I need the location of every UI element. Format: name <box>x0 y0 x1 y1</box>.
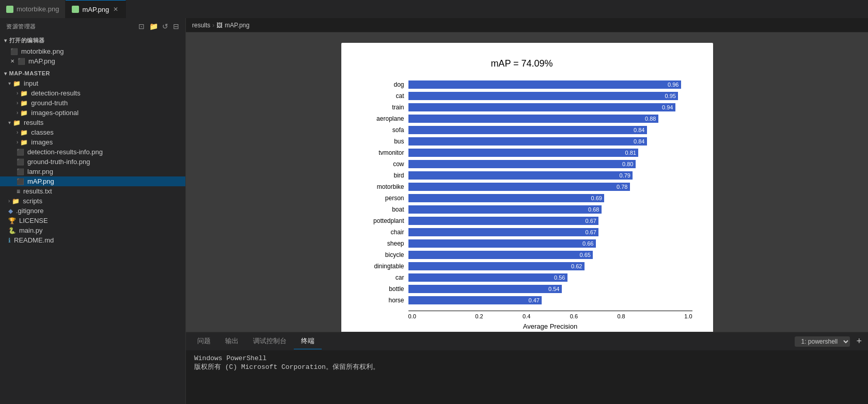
folder-icon: 📁 <box>13 119 21 126</box>
bar-area: 0.47 <box>408 296 692 304</box>
chevron-right-icon: › <box>17 100 18 106</box>
folder-images[interactable]: › 📁 images <box>0 137 185 147</box>
folder-detection-results[interactable]: › 📁 detection-results <box>0 88 185 98</box>
terminal-line-1: Windows PowerShell <box>194 354 860 362</box>
folder-icon: 📁 <box>12 198 20 205</box>
x-tick: 0.6 <box>550 311 598 319</box>
bar-area: 0.96 <box>408 80 692 89</box>
tab-map[interactable]: mAP.png ✕ <box>66 0 126 18</box>
terminal-shell-select[interactable]: 1: powershell <box>795 336 850 347</box>
content-area: results › 🖼 mAP.png mAP = 74.09% dog0.96… <box>186 18 868 404</box>
section-open-editors[interactable]: ▾ 打开的编辑器 <box>0 35 185 46</box>
terminal-add-icon[interactable]: + <box>854 336 864 347</box>
open-editor-motorbike[interactable]: ⬛ motorbike.png <box>0 46 185 56</box>
bar-row: dog0.96 <box>352 79 692 90</box>
bar-label: horse <box>352 297 408 304</box>
chevron-down-icon: ▾ <box>8 80 11 86</box>
breadcrumb-results[interactable]: results <box>192 22 210 29</box>
bar-row: bicycle0.65 <box>352 250 692 260</box>
image-icon <box>72 6 79 13</box>
bar-row: person0.69 <box>352 193 692 203</box>
file-lamr[interactable]: ⬛ lamr.png <box>0 167 185 176</box>
image-file-icon: ⬛ <box>17 168 24 175</box>
bar-area: 0.79 <box>408 171 692 180</box>
new-folder-icon[interactable]: 📁 <box>149 22 159 30</box>
bar-label: boat <box>352 206 408 213</box>
collapse-all-icon[interactable]: ⊟ <box>173 22 180 30</box>
x-tick: 0.2 <box>455 311 503 319</box>
bar-label: cat <box>352 92 408 100</box>
tab-label: motorbike.png <box>17 5 59 13</box>
file-main-py[interactable]: 🐍 main.py <box>0 225 185 235</box>
x-tick: 0.4 <box>503 311 550 319</box>
x-tick: 0.0 <box>408 311 456 319</box>
bar-label: train <box>352 104 408 111</box>
close-icon[interactable]: ✕ <box>10 58 14 64</box>
tab-output[interactable]: 输出 <box>218 333 246 349</box>
bar-label: chair <box>352 229 408 236</box>
bar-value: 0.84 <box>632 127 644 133</box>
folder-ground-truth[interactable]: › 📁 ground-truth <box>0 98 185 108</box>
bar-fill: 0.81 <box>408 149 639 157</box>
bar-label: bicycle <box>352 251 408 258</box>
bar-row: sofa0.84 <box>352 125 692 135</box>
bar-value: 0.84 <box>632 138 644 144</box>
section-project[interactable]: ▾ MAP-MASTER <box>0 68 185 78</box>
folder-icon: 📁 <box>20 100 28 107</box>
tab-close-icon[interactable]: ✕ <box>112 5 119 14</box>
bar-label: bird <box>352 172 408 179</box>
bar-fill: 0.69 <box>408 194 605 202</box>
file-results-txt[interactable]: ≡ results.txt <box>0 186 185 196</box>
tab-terminal[interactable]: 终端 <box>294 333 322 349</box>
folder-classes[interactable]: › 📁 classes <box>0 127 185 137</box>
x-tick: 0.8 <box>597 311 645 319</box>
file-readme[interactable]: ℹ README.md <box>0 235 185 245</box>
file-gitignore[interactable]: ◆ .gitignore <box>0 206 185 216</box>
file-license[interactable]: 🏆 LICENSE <box>0 216 185 225</box>
image-file-icon: ⬛ <box>10 48 18 55</box>
bar-fill: 0.88 <box>408 115 658 123</box>
bar-value: 0.54 <box>547 286 559 292</box>
bar-area: 0.81 <box>408 149 692 157</box>
tab-debug-console[interactable]: 调试控制台 <box>246 333 294 349</box>
terminal-line-2: 版权所有 (C) Microsoft Corporation。保留所有权利。 <box>194 362 860 371</box>
bar-area: 0.78 <box>408 183 692 191</box>
bar-row: motorbike0.78 <box>352 182 692 192</box>
git-icon: ◆ <box>8 207 13 215</box>
chevron-right-icon: › <box>17 110 18 116</box>
bar-label: car <box>352 274 408 281</box>
folder-images-optional[interactable]: › 📁 images-optional <box>0 108 185 118</box>
terminal-content[interactable]: Windows PowerShell 版权所有 (C) Microsoft Co… <box>186 350 868 404</box>
tab-bar: motorbike.png mAP.png ✕ <box>0 0 868 18</box>
bar-area: 0.88 <box>408 115 692 123</box>
bar-label: bottle <box>352 285 408 293</box>
folder-results[interactable]: ▾ 📁 results <box>0 118 185 127</box>
image-file-icon: ⬛ <box>17 178 24 185</box>
tab-problems[interactable]: 问题 <box>190 333 218 349</box>
bottom-panel: 问题 输出 调试控制台 终端 1: powershell + Windows P… <box>186 332 868 404</box>
bar-area: 0.65 <box>408 251 692 259</box>
tab-motorbike[interactable]: motorbike.png <box>0 0 66 18</box>
bar-value: 0.67 <box>584 229 596 235</box>
terminal-tab-group: 问题 输出 调试控制台 终端 <box>190 333 322 349</box>
file-ground-truth-info[interactable]: ⬛ ground-truth-info.png <box>0 157 185 167</box>
bar-value: 0.68 <box>587 206 599 213</box>
bar-value: 0.78 <box>615 184 627 190</box>
bar-label: diningtable <box>352 263 408 270</box>
bar-fill: 0.67 <box>408 228 599 236</box>
main-area: 资源管理器 ⊡ 📁 ↺ ⊟ ▾ 打开的编辑器 ⬛ motorbike.png ✕… <box>0 18 868 404</box>
bar-fill: 0.84 <box>408 137 647 146</box>
bar-value: 0.56 <box>553 274 565 281</box>
x-tick: 1.0 <box>645 311 692 319</box>
new-file-icon[interactable]: ⊡ <box>138 22 145 30</box>
folder-scripts[interactable]: › 📁 scripts <box>0 196 185 206</box>
bar-fill: 0.62 <box>408 262 585 270</box>
bar-value: 0.62 <box>570 263 582 269</box>
bar-label: dog <box>352 81 408 88</box>
folder-input[interactable]: ▾ 📁 input <box>0 78 185 88</box>
file-map[interactable]: ⬛ mAP.png <box>0 176 185 186</box>
chevron-down-icon: ▾ <box>4 71 7 76</box>
file-detection-results-info[interactable]: ⬛ detection-results-info.png <box>0 147 185 157</box>
refresh-icon[interactable]: ↺ <box>162 22 169 30</box>
open-editor-map[interactable]: ✕ ⬛ mAP.png <box>0 56 185 66</box>
